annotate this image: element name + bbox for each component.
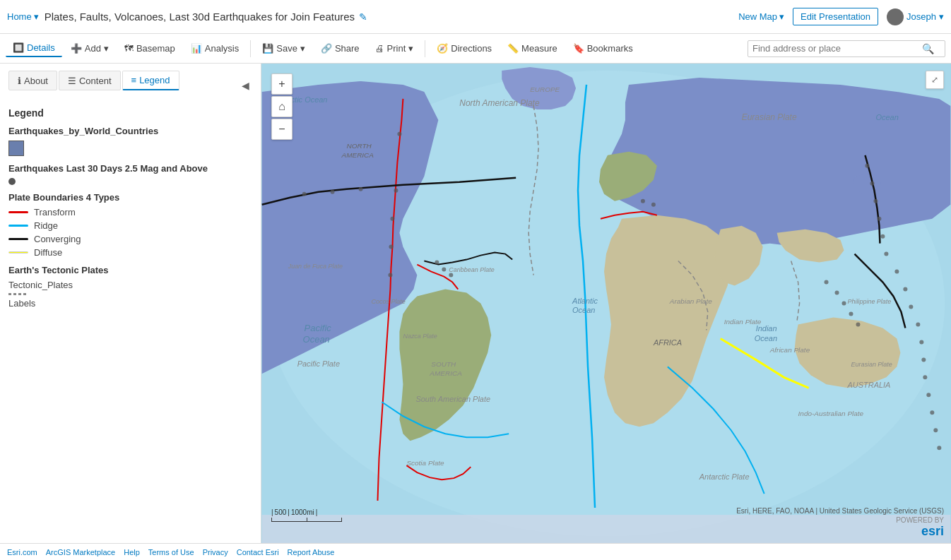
svg-text:Eurasian Plate: Eurasian Plate xyxy=(851,361,892,368)
svg-point-11 xyxy=(865,164,869,168)
polygon-symbol xyxy=(8,141,24,156)
basemap-icon: 🗺 xyxy=(124,43,134,54)
share-button[interactable]: 🔗 Share xyxy=(314,40,367,56)
svg-text:Eurasian Plate: Eurasian Plate xyxy=(742,112,797,122)
edit-title-icon[interactable]: ✎ xyxy=(359,11,367,23)
details-button[interactable]: 🔲 Details xyxy=(6,40,62,57)
scale-bar: | 500 | 1000mi | xyxy=(271,508,342,523)
map-view[interactable]: Arctic Ocean Atlantic Ocean Pacific Ocea… xyxy=(261,64,951,543)
add-icon: ➕ xyxy=(71,43,82,54)
legend-item-ridge: Ridge xyxy=(8,220,252,231)
footer-link-report[interactable]: Report Abuse xyxy=(288,548,335,556)
svg-point-20 xyxy=(916,322,920,326)
save-button[interactable]: 💾 Save ▾ xyxy=(255,40,312,56)
tab-content[interactable]: ☰ Content xyxy=(59,71,121,90)
svg-point-12 xyxy=(870,181,874,186)
svg-point-6 xyxy=(388,273,392,278)
about-icon: ℹ xyxy=(18,76,21,86)
edit-presentation-button[interactable]: Edit Presentation xyxy=(793,8,878,25)
transform-symbol xyxy=(8,211,28,213)
svg-text:AMERICA: AMERICA xyxy=(429,369,462,377)
footer-link-privacy[interactable]: Privacy xyxy=(203,548,228,556)
svg-point-5 xyxy=(389,245,393,249)
footer-link-marketplace[interactable]: ArcGIS Marketplace xyxy=(46,548,115,556)
map-svg: Arctic Ocean Atlantic Ocean Pacific Ocea… xyxy=(261,64,951,543)
svg-text:Cocos Plate: Cocos Plate xyxy=(371,297,405,304)
map-title: Plates, Faults, Volcanoes, Last 30d Eart… xyxy=(45,11,733,23)
legend-item-labels: Labels xyxy=(8,298,252,309)
measure-button[interactable]: 📏 Measure xyxy=(500,40,565,56)
svg-point-37 xyxy=(856,322,860,326)
basemap-button[interactable]: 🗺 Basemap xyxy=(117,40,182,56)
svg-point-32 xyxy=(651,203,656,207)
analysis-button[interactable]: 📊 Analysis xyxy=(184,40,246,56)
new-map-chevron-icon: ▾ xyxy=(779,11,784,22)
header-right-buttons: New Map ▾ Edit Presentation Joseph ▾ xyxy=(738,8,944,25)
svg-text:South American Plate: South American Plate xyxy=(415,395,490,403)
svg-point-34 xyxy=(835,291,839,295)
fullscreen-button[interactable]: ⤢ xyxy=(926,71,944,89)
svg-point-18 xyxy=(903,287,907,292)
legend-icon: ≡ xyxy=(131,75,137,85)
svg-text:AUSTRALIA: AUSTRALIA xyxy=(846,381,890,389)
svg-text:Atlantic: Atlantic xyxy=(572,297,598,305)
legend-item-tectonic-plates: Tectonic_Plates xyxy=(8,280,252,290)
print-button[interactable]: 🖨 Print ▾ xyxy=(368,40,421,56)
svg-text:Nazca Plate: Nazca Plate xyxy=(403,333,437,340)
user-menu-button[interactable]: Joseph ▾ xyxy=(887,8,944,25)
svg-point-25 xyxy=(930,410,934,415)
svg-point-7 xyxy=(397,132,401,136)
main-content: ℹ About ☰ Content ≡ Legend ◀ Legend Eart… xyxy=(0,64,951,543)
zoom-in-button[interactable]: + xyxy=(271,73,293,95)
dot-symbol xyxy=(8,178,16,185)
legend-section-earthquakes-countries: Earthquakes_by_World_Countries xyxy=(8,126,252,136)
svg-text:Ocean: Ocean xyxy=(875,113,898,121)
footer-link-terms[interactable]: Terms of Use xyxy=(148,548,194,556)
svg-text:Philippine Plate: Philippine Plate xyxy=(847,297,891,304)
legend-item-dot xyxy=(8,178,252,185)
svg-point-9 xyxy=(331,190,335,194)
svg-point-24 xyxy=(926,393,931,397)
svg-point-23 xyxy=(923,375,927,379)
search-icon[interactable]: 🔍 xyxy=(922,43,934,54)
home-extent-button[interactable]: ⌂ xyxy=(271,96,293,117)
svg-point-30 xyxy=(449,273,453,278)
search-box[interactable]: 🔍 xyxy=(748,40,945,57)
directions-button[interactable]: 🧭 Directions xyxy=(430,40,499,56)
legend-section-plate-boundaries: Plate Boundaries 4 Types xyxy=(8,192,252,203)
svg-point-4 xyxy=(390,217,394,221)
svg-point-35 xyxy=(842,302,846,306)
legend-item-transform: Transform xyxy=(8,207,252,218)
svg-point-29 xyxy=(442,268,446,272)
svg-text:EUROPE: EUROPE xyxy=(530,85,560,93)
footer-link-help[interactable]: Help xyxy=(124,548,140,556)
bookmarks-button[interactable]: 🔖 Bookmarks xyxy=(566,40,640,56)
legend-item-diffuse: Diffuse xyxy=(8,247,252,258)
svg-text:Ocean: Ocean xyxy=(303,334,330,345)
new-map-button[interactable]: New Map ▾ xyxy=(738,11,784,22)
content-icon: ☰ xyxy=(68,76,76,86)
footer-link-contact[interactable]: Contact Esri xyxy=(237,548,279,556)
header: Home ▾ Plates, Faults, Volcanoes, Last 3… xyxy=(0,0,951,34)
home-button[interactable]: Home ▾ xyxy=(7,11,39,22)
svg-text:North American Plate: North American Plate xyxy=(459,98,540,108)
tab-legend[interactable]: ≡ Legend xyxy=(122,71,179,90)
svg-text:Scotia Plate: Scotia Plate xyxy=(406,459,444,467)
directions-icon: 🧭 xyxy=(437,43,448,54)
sidebar-collapse-button[interactable]: ◀ xyxy=(239,77,252,94)
legend-item-converging: Converging xyxy=(8,234,252,244)
search-input[interactable] xyxy=(752,43,922,54)
svg-text:Caribbean Plate: Caribbean Plate xyxy=(449,266,494,273)
svg-point-21 xyxy=(919,340,923,344)
sidebar-tabs: ℹ About ☰ Content ≡ Legend xyxy=(8,71,179,90)
zoom-out-button[interactable]: − xyxy=(271,119,293,140)
diffuse-symbol xyxy=(8,251,28,254)
tab-about[interactable]: ℹ About xyxy=(8,71,57,90)
add-button[interactable]: ➕ Add ▾ xyxy=(64,40,116,56)
avatar xyxy=(887,8,904,25)
legend-item-polygon xyxy=(8,141,252,156)
svg-text:SOUTH: SOUTH xyxy=(431,360,456,368)
svg-text:NORTH: NORTH xyxy=(347,142,372,150)
footer-link-esri[interactable]: Esri.com xyxy=(7,548,37,556)
toolbar-separator-1 xyxy=(250,40,251,57)
